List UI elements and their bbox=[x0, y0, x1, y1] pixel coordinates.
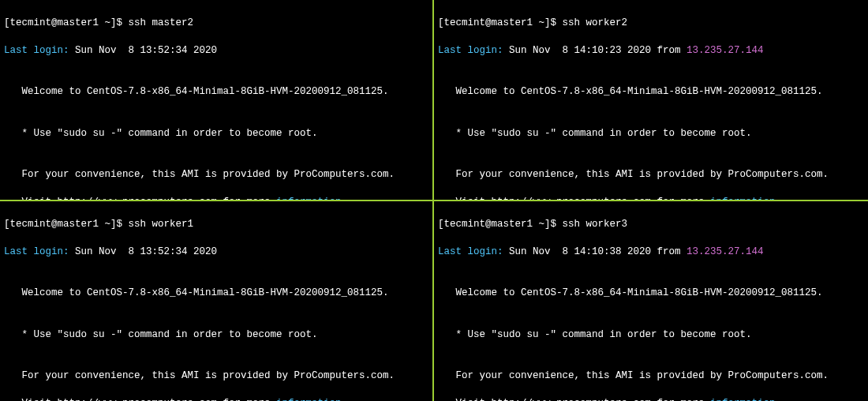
motd-visit-pre: Visit bbox=[4, 398, 58, 401]
motd-link[interactable]: http://www.procomputers.com bbox=[58, 398, 218, 401]
terminal-pane-worker3[interactable]: [tecmint@master1 ~]$ ssh worker3 Last lo… bbox=[434, 201, 868, 401]
motd-link[interactable]: http://www.procomputers.com bbox=[492, 398, 652, 401]
motd-conv: For your convenience, this AMI is provid… bbox=[438, 168, 864, 182]
motd-info-link[interactable]: information bbox=[710, 398, 776, 401]
motd-welcome: Welcome to CentOS-7.8-x86_64-Minimal-8Gi… bbox=[4, 287, 428, 301]
motd-info-link[interactable]: information bbox=[276, 398, 342, 401]
prompt: [tecmint@master1 ~]$ bbox=[438, 219, 563, 230]
prompt: [tecmint@master1 ~]$ bbox=[4, 219, 129, 230]
command: ssh worker3 bbox=[563, 219, 628, 230]
terminal-grid: [tecmint@master1 ~]$ ssh master2 Last lo… bbox=[0, 0, 868, 401]
motd-conv: For your convenience, this AMI is provid… bbox=[4, 168, 428, 182]
motd-sudo: * Use "sudo su -" command in order to be… bbox=[4, 127, 428, 141]
command: ssh master2 bbox=[129, 17, 194, 28]
motd-welcome: Welcome to CentOS-7.8-x86_64-Minimal-8Gi… bbox=[4, 85, 428, 99]
from-ip: 13.235.27.144 bbox=[687, 45, 764, 56]
motd-welcome: Welcome to CentOS-7.8-x86_64-Minimal-8Gi… bbox=[438, 287, 864, 301]
last-login-label: Last login: bbox=[4, 246, 69, 257]
from-ip: 13.235.27.144 bbox=[687, 246, 764, 257]
terminal-pane-worker2[interactable]: [tecmint@master1 ~]$ ssh worker2 Last lo… bbox=[434, 0, 868, 201]
from-label: from bbox=[651, 45, 687, 56]
last-login-label: Last login: bbox=[438, 246, 503, 257]
motd-visit-post: . bbox=[776, 398, 782, 401]
from-label: from bbox=[651, 246, 687, 257]
last-login-time: Sun Nov 8 14:10:23 2020 bbox=[503, 45, 652, 56]
motd-sudo: * Use "sudo su -" command in order to be… bbox=[4, 328, 428, 343]
terminal-pane-master2[interactable]: [tecmint@master1 ~]$ ssh master2 Last lo… bbox=[0, 0, 434, 201]
motd-visit-pre: Visit bbox=[438, 398, 492, 401]
prompt: [tecmint@master1 ~]$ bbox=[438, 17, 563, 28]
last-login-label: Last login: bbox=[4, 45, 69, 56]
terminal-pane-worker1[interactable]: [tecmint@master1 ~]$ ssh worker1 Last lo… bbox=[0, 201, 434, 401]
motd-visit-mid: for more bbox=[651, 398, 710, 401]
command: ssh worker1 bbox=[129, 219, 194, 230]
motd-visit-mid: for more bbox=[217, 398, 276, 401]
motd-sudo: * Use "sudo su -" command in order to be… bbox=[438, 328, 864, 343]
last-login-label: Last login: bbox=[438, 45, 503, 56]
prompt: [tecmint@master1 ~]$ bbox=[4, 17, 129, 28]
motd-conv: For your convenience, this AMI is provid… bbox=[438, 369, 864, 384]
motd-visit-post: . bbox=[342, 398, 348, 401]
last-login-time: Sun Nov 8 14:10:38 2020 bbox=[503, 246, 652, 257]
command: ssh worker2 bbox=[563, 17, 628, 28]
motd-conv: For your convenience, this AMI is provid… bbox=[4, 369, 428, 384]
last-login-time: Sun Nov 8 13:52:34 2020 bbox=[69, 246, 218, 257]
motd-welcome: Welcome to CentOS-7.8-x86_64-Minimal-8Gi… bbox=[438, 85, 864, 99]
motd-sudo: * Use "sudo su -" command in order to be… bbox=[438, 127, 864, 141]
last-login-time: Sun Nov 8 13:52:34 2020 bbox=[69, 45, 218, 56]
